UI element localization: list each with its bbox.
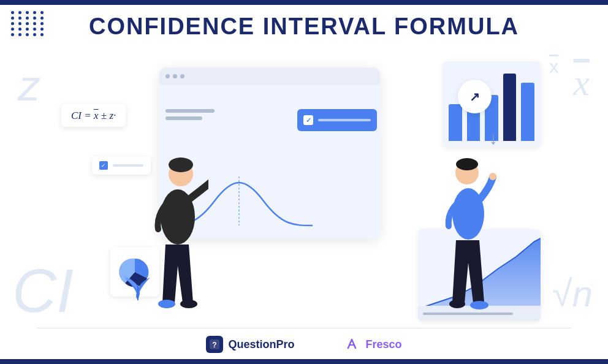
speech-bubble-decoration: ↗ — [458, 80, 492, 113]
top-bar — [0, 0, 608, 5]
svg-point-15 — [470, 301, 488, 309]
questionpro-icon: ? — [206, 336, 223, 353]
svg-point-8 — [158, 300, 175, 308]
browser-dot-2 — [173, 74, 177, 78]
svg-point-13 — [489, 173, 496, 180]
questionpro-label: QuestionPro — [228, 338, 294, 351]
person-left-figure — [135, 150, 208, 321]
z-symbol-bg: z — [18, 61, 40, 110]
browser-dot-3 — [180, 74, 184, 78]
formula-text: CI = x ± z· — [71, 110, 116, 121]
check-icon: ✓ — [303, 115, 313, 125]
person-left-svg — [135, 150, 208, 321]
fresco-icon — [343, 336, 360, 353]
browser-dot-1 — [165, 74, 170, 78]
speech-bubble-arrow: ↗ — [469, 89, 480, 104]
svg-text:?: ? — [213, 341, 217, 349]
questionpro-logo: ? QuestionPro — [206, 336, 294, 353]
svg-point-11 — [456, 158, 478, 170]
bar-5 — [521, 83, 534, 141]
footer-logos-container: ? QuestionPro Fresco — [0, 336, 608, 353]
blue-button-card: ✓ — [297, 109, 377, 131]
browser-titlebar — [159, 67, 380, 85]
svg-point-5 — [169, 157, 193, 172]
person-right-figure — [436, 150, 504, 321]
browser-lines — [165, 109, 215, 124]
questionpro-icon-svg: ? — [209, 339, 220, 350]
footer-divider — [37, 328, 571, 328]
arrow-down-decoration: ↓ — [489, 129, 498, 148]
sqrt-n-symbol-bg: √n — [552, 273, 593, 315]
svg-point-14 — [449, 300, 465, 308]
ci-symbol-bg: CI — [12, 260, 74, 321]
person-right-svg — [436, 150, 504, 321]
fresco-label: Fresco — [365, 338, 401, 351]
xbar-symbol-bg: x x x — [545, 61, 590, 104]
svg-point-9 — [180, 300, 197, 308]
page-title: CONFIDENCE INTERVAL FORMULA — [0, 13, 608, 40]
bar-1 — [449, 104, 462, 141]
illustration-area: ↑ ✓ — [74, 55, 534, 321]
formula-box: CI = x ± z· — [61, 104, 126, 127]
bar-4 — [503, 74, 517, 141]
small-check-icon: ✓ — [99, 161, 108, 170]
bottom-bar — [0, 359, 608, 364]
fresco-logo: Fresco — [343, 336, 401, 353]
fresco-icon-svg — [344, 337, 359, 352]
